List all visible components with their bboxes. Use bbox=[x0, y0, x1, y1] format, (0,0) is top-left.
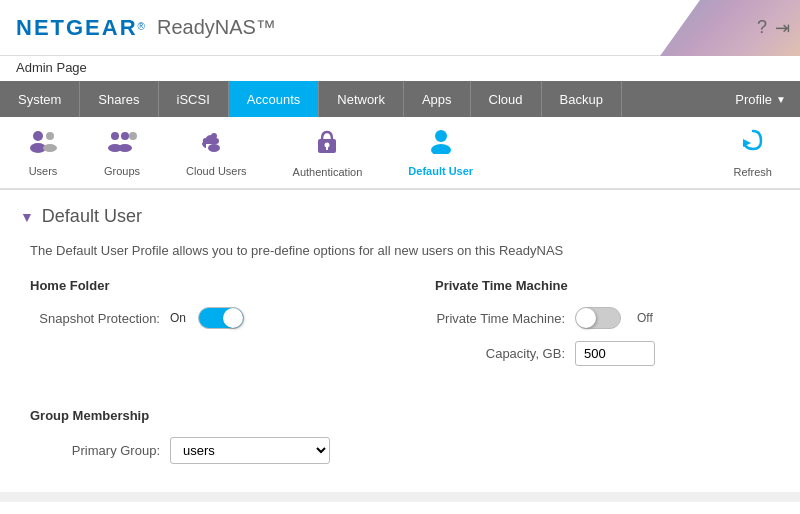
sub-nav-label-users: Users bbox=[29, 165, 58, 177]
ptm-column: Private Time Machine Private Time Machin… bbox=[435, 278, 780, 378]
admin-label: Admin Page bbox=[16, 60, 87, 75]
capacity-label: Capacity, GB: bbox=[435, 346, 565, 361]
home-folder-title: Home Folder bbox=[30, 278, 375, 293]
svg-point-3 bbox=[43, 144, 57, 152]
admin-bar: Admin Page bbox=[0, 56, 800, 81]
help-button[interactable]: ? bbox=[757, 17, 767, 39]
sub-nav-label-groups: Groups bbox=[104, 165, 140, 177]
sub-nav-item-authentication[interactable]: Authentication bbox=[285, 123, 371, 182]
tab-cloud[interactable]: Cloud bbox=[471, 81, 542, 117]
ptm-toggle-thumb bbox=[576, 308, 596, 328]
refresh-icon bbox=[739, 127, 767, 162]
group-membership-section: Group Membership Primary Group: users ad… bbox=[30, 408, 780, 464]
svg-point-10 bbox=[208, 144, 220, 152]
sub-nav-label-cloud-users: Cloud Users bbox=[186, 165, 247, 177]
groups-icon bbox=[107, 128, 137, 161]
logout-button[interactable]: ⇥ bbox=[775, 17, 790, 39]
cloud-users-icon bbox=[198, 128, 234, 161]
primary-group-label: Primary Group: bbox=[30, 443, 160, 458]
snapshot-label: Snapshot Protection: bbox=[30, 311, 160, 326]
authentication-icon bbox=[314, 127, 340, 162]
section-title: Default User bbox=[42, 206, 142, 227]
sub-nav-item-groups[interactable]: Groups bbox=[96, 124, 148, 181]
tab-accounts[interactable]: Accounts bbox=[229, 81, 319, 117]
refresh-button[interactable]: Refresh bbox=[725, 123, 780, 182]
tab-shares[interactable]: Shares bbox=[80, 81, 158, 117]
svg-point-9 bbox=[211, 133, 217, 139]
svg-point-6 bbox=[121, 132, 129, 140]
snapshot-on-label: On bbox=[170, 311, 186, 325]
primary-group-select[interactable]: users admin guests bbox=[170, 437, 330, 464]
sub-nav-item-users[interactable]: Users bbox=[20, 124, 66, 181]
svg-point-0 bbox=[33, 131, 43, 141]
tab-apps[interactable]: Apps bbox=[404, 81, 471, 117]
section-description: The Default User Profile allows you to p… bbox=[30, 243, 780, 258]
snapshot-toggle[interactable] bbox=[198, 307, 244, 329]
ptm-toggle[interactable] bbox=[575, 307, 621, 329]
svg-point-2 bbox=[46, 132, 54, 140]
form-area: Home Folder Snapshot Protection: On Priv… bbox=[30, 278, 780, 378]
tab-profile[interactable]: Profile ▼ bbox=[721, 81, 800, 117]
nav-tabs: System Shares iSCSI Accounts Network App… bbox=[0, 81, 800, 117]
header-icon-bar: ? ⇥ bbox=[757, 17, 790, 39]
sub-nav-label-authentication: Authentication bbox=[293, 166, 363, 178]
header: NETGEAR® ReadyNAS™ ? ⇥ bbox=[0, 0, 800, 56]
primary-group-row: Primary Group: users admin guests bbox=[30, 437, 780, 464]
default-user-icon bbox=[427, 128, 455, 161]
refresh-label: Refresh bbox=[733, 166, 772, 178]
sub-nav-item-cloud-users[interactable]: Cloud Users bbox=[178, 124, 255, 181]
ptm-row: Private Time Machine: Off bbox=[435, 307, 780, 329]
readynas-logo: ReadyNAS™ bbox=[157, 16, 276, 39]
profile-label: Profile bbox=[735, 92, 772, 107]
tab-backup[interactable]: Backup bbox=[542, 81, 622, 117]
sub-nav-item-default-user[interactable]: Default User bbox=[400, 124, 481, 181]
section-header: ▼ Default User bbox=[20, 206, 780, 227]
capacity-input[interactable] bbox=[575, 341, 655, 366]
ptm-title: Private Time Machine bbox=[435, 278, 780, 293]
tab-network[interactable]: Network bbox=[319, 81, 404, 117]
svg-point-14 bbox=[435, 130, 447, 142]
snapshot-toggle-thumb bbox=[223, 308, 243, 328]
profile-chevron-icon: ▼ bbox=[776, 94, 786, 105]
svg-point-8 bbox=[129, 132, 137, 140]
svg-point-4 bbox=[111, 132, 119, 140]
main-content: ▼ Default User The Default User Profile … bbox=[0, 190, 800, 492]
button-bar: Apply bbox=[0, 502, 800, 514]
capacity-row: Capacity, GB: bbox=[435, 341, 780, 366]
tab-system[interactable]: System bbox=[0, 81, 80, 117]
sub-nav-label-default-user: Default User bbox=[408, 165, 473, 177]
users-icon bbox=[28, 128, 58, 161]
netgear-logo: NETGEAR® bbox=[16, 15, 145, 41]
svg-rect-13 bbox=[326, 146, 328, 150]
svg-point-7 bbox=[118, 144, 132, 152]
group-membership-title: Group Membership bbox=[30, 408, 780, 423]
home-folder-column: Home Folder Snapshot Protection: On bbox=[30, 278, 375, 378]
svg-point-15 bbox=[431, 144, 451, 154]
snapshot-protection-row: Snapshot Protection: On bbox=[30, 307, 375, 329]
sub-nav: Users Groups Cloud Users bbox=[0, 117, 800, 190]
tab-iscsi[interactable]: iSCSI bbox=[159, 81, 229, 117]
nav-spacer bbox=[622, 81, 721, 117]
ptm-label: Private Time Machine: bbox=[435, 311, 565, 326]
ptm-off-label: Off bbox=[637, 311, 653, 325]
section-arrow-icon: ▼ bbox=[20, 209, 34, 225]
